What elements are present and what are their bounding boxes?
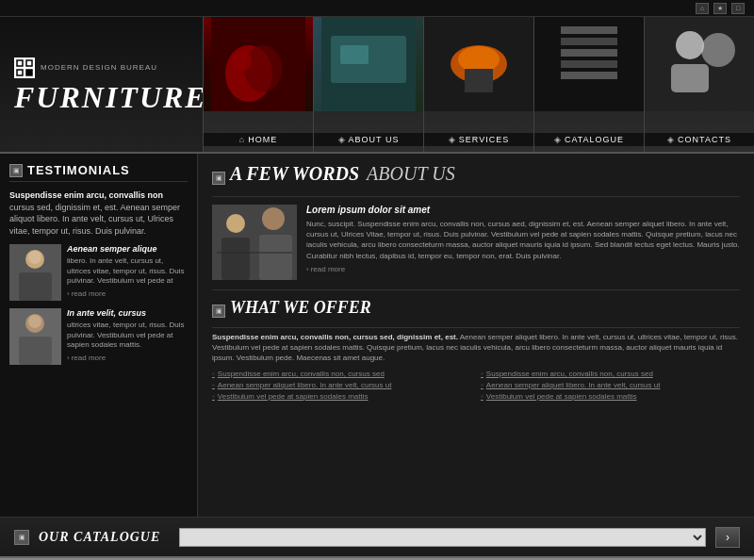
footer: home ▪ ▪ ▪ about us ▪ ▪ services ▪ ▪ ▪ c… — [0, 556, 754, 560]
svg-rect-16 — [561, 38, 617, 45]
main-content: ▣ TESTIMONIALS Suspendisse enim arcu, co… — [0, 154, 754, 517]
svg-rect-17 — [561, 49, 617, 57]
svg-rect-3 — [26, 70, 32, 75]
logo-subtitle: MODERN DESIGN BUREAU — [41, 63, 157, 72]
offer-item-r1[interactable]: ◦ Suspendisse enim arcu, convallis non, … — [481, 370, 740, 378]
nav-contacts-image — [645, 17, 754, 111]
avatar-person-1 — [9, 244, 61, 301]
svg-point-6 — [244, 45, 282, 92]
nav-about[interactable]: ◈ ABOUT US — [313, 17, 423, 152]
bullet-r3: ◦ — [481, 392, 484, 401]
about-image — [212, 205, 297, 280]
svg-rect-13 — [465, 69, 493, 92]
bullet-l3: ◦ — [212, 392, 215, 401]
header: MODERN DESIGN BUREAU FURNITURE ⌂ HOME — [0, 17, 754, 154]
nav-contacts[interactable]: ◈ CONTACTS — [644, 17, 754, 152]
svg-rect-19 — [561, 72, 617, 79]
nav-services[interactable]: ◈ SERVICES — [423, 17, 533, 152]
contacts-nav-icon: ◈ — [667, 135, 675, 144]
testimonials-title: ▣ TESTIMONIALS — [9, 163, 188, 182]
about-section: Lorem ipsum dolor sit amet Nunc, suscipi… — [212, 205, 740, 280]
offer-list-left: ◦ Suspendisse enim arcu, convallis non, … — [212, 370, 471, 404]
catalogue-bar-icon: ▣ — [14, 530, 29, 545]
svg-rect-22 — [671, 64, 709, 92]
divider — [212, 289, 740, 290]
svg-rect-1 — [26, 60, 32, 66]
nav-catalogue-label: ◈ CATALOGUE — [534, 133, 644, 146]
read-more-2[interactable]: › read more — [67, 354, 188, 362]
svg-rect-9 — [340, 45, 369, 64]
nav-about-label: ◈ ABOUT US — [314, 133, 423, 146]
avatar-2 — [9, 308, 61, 365]
nav-home-image — [204, 17, 313, 111]
svg-rect-2 — [17, 70, 23, 75]
about-nav-icon: ◈ — [338, 135, 346, 144]
arrow-icon-2: › — [67, 354, 70, 362]
services-nav-icon: ◈ — [449, 135, 456, 144]
about-icon: ▣ — [212, 172, 225, 185]
svg-point-12 — [458, 46, 500, 73]
testimonial-item-1: Aenean semper alique libero. In ante vel… — [9, 244, 188, 301]
bullet-l1: ◦ — [212, 370, 215, 378]
svg-point-35 — [262, 207, 285, 230]
offer-lists: ◦ Suspendisse enim arcu, convallis non, … — [212, 370, 740, 404]
svg-point-33 — [226, 214, 245, 233]
svg-rect-15 — [561, 26, 617, 34]
svg-rect-26 — [19, 272, 52, 301]
testimonials-intro: Suspendisse enim arcu, convallis non cur… — [9, 189, 188, 237]
catalogue-bar-title: OUR CATALOGUE — [39, 530, 160, 545]
svg-point-23 — [701, 33, 735, 67]
svg-rect-36 — [259, 235, 292, 280]
logo-top: MODERN DESIGN BUREAU — [14, 58, 188, 78]
svg-rect-18 — [561, 60, 617, 68]
nav-about-image — [314, 17, 423, 111]
testimonials-panel: ▣ TESTIMONIALS Suspendisse enim arcu, co… — [0, 154, 198, 517]
testimonial-item-2: In ante velit, cursus ultrices vitae, te… — [9, 308, 188, 365]
nav-catalogue[interactable]: ◈ CATALOGUE — [533, 17, 644, 152]
home-icon[interactable]: ⌂ — [696, 3, 709, 14]
nav-services-label: ◈ SERVICES — [424, 133, 533, 146]
testimonials-icon: ▣ — [9, 164, 23, 177]
about-arrow-icon: › — [306, 265, 309, 273]
arrow-icon-1: › — [67, 289, 70, 298]
about-text-block: Lorem ipsum dolor sit amet Nunc, suscipi… — [306, 205, 740, 280]
bullet-r2: ◦ — [481, 381, 484, 389]
bookmark-icon[interactable]: ★ — [713, 3, 727, 14]
catalogue-go-button[interactable]: › — [715, 527, 740, 548]
top-bar: ⌂ ★ □ — [0, 0, 754, 17]
svg-point-21 — [676, 31, 704, 59]
nav-home[interactable]: ⌂ HOME — [203, 17, 313, 152]
svg-rect-0 — [17, 60, 23, 66]
catalogue-select[interactable] — [179, 528, 706, 547]
logo-area: MODERN DESIGN BUREAU FURNITURE — [0, 17, 203, 152]
about-read-more[interactable]: › read more — [306, 265, 740, 273]
nav-catalogue-image — [534, 17, 644, 111]
nav-contacts-label: ◈ CONTACTS — [645, 133, 754, 146]
bullet-r1: ◦ — [481, 370, 484, 378]
nav-home-label: ⌂ HOME — [204, 133, 313, 146]
about-section-title: ▣ A FEW WORDS ABOUT US — [212, 163, 740, 197]
offer-item-r2[interactable]: ◦ Aenean semper aliquet libero. In ante … — [481, 381, 740, 389]
read-more-1[interactable]: › read more — [67, 289, 188, 298]
bullet-l2: ◦ — [212, 381, 215, 389]
maximize-icon[interactable]: □ — [731, 3, 745, 14]
svg-rect-37 — [217, 252, 292, 254]
home-nav-icon: ⌂ — [239, 135, 245, 144]
offer-item-l2[interactable]: ◦ Aenean semper aliquet libero. In ante … — [212, 381, 471, 389]
offer-icon: ▣ — [212, 305, 225, 318]
svg-rect-34 — [221, 238, 250, 280]
right-content-panel: ▣ A FEW WORDS ABOUT US Lorem ipsum dolor… — [198, 154, 754, 517]
catalogue-bar: ▣ OUR CATALOGUE › — [0, 517, 754, 556]
offer-item-r3[interactable]: ◦ Vestibulum vel pede at sapien sodales … — [481, 392, 740, 401]
offer-item-l3[interactable]: ◦ Vestibulum vel pede at sapien sodales … — [212, 392, 471, 401]
offer-intro: Suspendisse enim arcu, convallis non, cu… — [212, 332, 740, 364]
logo-icon — [14, 58, 35, 78]
nav-thumbnails: ⌂ HOME ◈ ABOUT US — [203, 17, 754, 152]
offer-list-right: ◦ Suspendisse enim arcu, convallis non, … — [481, 370, 740, 404]
svg-point-27 — [28, 251, 41, 264]
offer-item-l1[interactable]: ◦ Suspendisse enim arcu, convallis non, … — [212, 370, 471, 378]
testimonial-content-2: In ante velit, cursus ultrices vitae, te… — [67, 308, 188, 361]
nav-services-image — [424, 17, 533, 111]
testimonial-content-1: Aenean semper alique libero. In ante vel… — [67, 244, 188, 297]
logo-title: FURNITURE — [14, 82, 188, 112]
